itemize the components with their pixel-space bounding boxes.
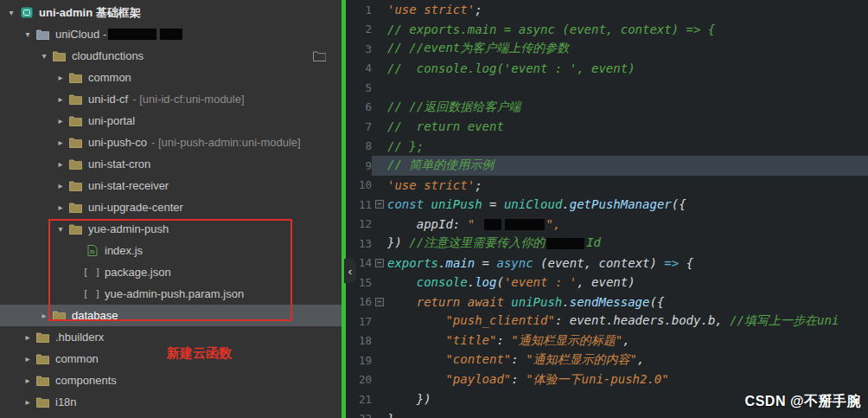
chevron-down-icon[interactable]: ▾ bbox=[5, 8, 17, 17]
tree-item-package-json[interactable]: [ ]package.json bbox=[0, 261, 341, 283]
code-token: ( bbox=[496, 275, 503, 289]
code-token: "通知栏显示的标题" bbox=[511, 333, 622, 347]
tree-item-index-js[interactable]: JSindex.js bbox=[0, 240, 341, 261]
tree-item-label: common bbox=[88, 71, 131, 84]
code-token: // //返回数据给客户端 bbox=[387, 100, 520, 113]
line-number: 4 bbox=[346, 61, 372, 74]
code-token: , bbox=[622, 333, 629, 347]
redaction-block bbox=[505, 219, 545, 230]
chevron-right-icon[interactable]: ▸ bbox=[54, 94, 67, 104]
line-content: − return await uniPush.sendMessage({ bbox=[372, 293, 868, 312]
code-area[interactable]: 1'use strict';2// exports.main = async (… bbox=[346, 0, 868, 418]
folder-icon bbox=[68, 94, 83, 105]
code-text: return await uniPush.sendMessage({ bbox=[387, 295, 868, 309]
line-number: 18 bbox=[346, 334, 372, 347]
code-text: } bbox=[387, 412, 868, 418]
redaction-block bbox=[546, 238, 584, 249]
line-number: 7 bbox=[346, 120, 372, 133]
tree-item-cloudfunctions[interactable]: ▾cloudfunctions bbox=[0, 45, 341, 67]
code-token: "content" bbox=[445, 352, 511, 366]
code-token: appId: bbox=[387, 217, 468, 231]
line-number: 11 bbox=[346, 198, 372, 211]
chevron-down-icon[interactable]: ▾ bbox=[38, 51, 50, 61]
tree-item-label: uni-push-co bbox=[88, 136, 147, 149]
chevron-right-icon[interactable]: ▸ bbox=[54, 181, 67, 190]
code-text: "push_clientid": event.headers.body.b, /… bbox=[387, 313, 868, 329]
code-editor[interactable]: 1'use strict';2// exports.main = async (… bbox=[346, 0, 868, 418]
tree-item-label: yue-admin-push.param.json bbox=[105, 287, 244, 300]
code-text: // //event为客户端上传的参数 bbox=[387, 41, 868, 56]
code-token bbox=[387, 275, 417, 289]
code-text: 'use strict'; bbox=[387, 3, 868, 16]
chevron-right-icon[interactable]: ▸ bbox=[22, 397, 34, 407]
line-content: "content": "通知栏显示的内容", bbox=[372, 350, 868, 370]
tree-item-uni-stat-cron[interactable]: ▸uni-stat-cron bbox=[0, 153, 341, 175]
chevron-right-icon[interactable]: ▸ bbox=[54, 116, 67, 125]
code-fold-icon[interactable]: − bbox=[375, 200, 384, 209]
chevron-right-icon[interactable]: ▸ bbox=[54, 203, 67, 212]
line-content: console.log('event : ', event) bbox=[372, 273, 868, 293]
code-token bbox=[387, 352, 445, 366]
line-content: // console.log('event : ', event) bbox=[372, 59, 868, 79]
redaction-block bbox=[108, 29, 156, 40]
chevron-right-icon[interactable]: ▸ bbox=[22, 376, 34, 385]
tree-item-common[interactable]: ▸common bbox=[0, 67, 341, 88]
code-token: : bbox=[511, 372, 526, 386]
code-token: exports bbox=[387, 256, 438, 270]
sidebar-collapse-button[interactable]: ‹ bbox=[344, 259, 356, 283]
tree-item-database[interactable]: ▸database bbox=[0, 305, 341, 326]
tree-item-uni-stat-receiver[interactable]: ▸uni-stat-receiver bbox=[0, 175, 341, 196]
folder-icon bbox=[68, 116, 83, 126]
tree-item-label: common bbox=[55, 352, 99, 365]
tree-item-label: uni-stat-cron bbox=[88, 158, 150, 170]
code-token: => bbox=[664, 256, 679, 270]
tree-item-yue-admin-push[interactable]: ▾yue-admin-push bbox=[0, 218, 341, 240]
code-fold-icon[interactable]: − bbox=[375, 298, 384, 306]
folder-icon bbox=[35, 354, 50, 364]
tree-item-uni-push-co[interactable]: ▸uni-push-co- [uni-push-admin:uni-module… bbox=[0, 132, 341, 153]
tree-item-yue-admin-push-param-json[interactable]: [ ]yue-admin-push.param.json bbox=[0, 283, 341, 305]
chevron-down-icon[interactable]: ▾ bbox=[22, 29, 34, 39]
folder-icon bbox=[68, 138, 83, 148]
tree-item-uni-id-cf[interactable]: ▸uni-id-cf- [uni-id-cf:uni-module] bbox=[0, 88, 341, 110]
chevron-right-icon[interactable]: ▸ bbox=[54, 138, 67, 147]
line-number: 21 bbox=[346, 393, 372, 406]
folder-icon bbox=[68, 181, 83, 191]
json-file-icon: [ ] bbox=[85, 289, 99, 299]
code-line: 7// return event bbox=[346, 117, 868, 137]
code-fold-icon[interactable]: − bbox=[375, 259, 384, 267]
code-text: "title": "通知栏显示的标题", bbox=[387, 333, 868, 349]
tree-item-components[interactable]: ▸components bbox=[0, 370, 341, 391]
code-token: "push_clientid" bbox=[445, 313, 554, 327]
code-text: console.log('event : ', event) bbox=[387, 275, 868, 289]
code-token: // return event bbox=[387, 119, 504, 133]
line-number: 5 bbox=[346, 81, 372, 94]
code-token: log bbox=[475, 275, 496, 289]
code-line: 13}) //注意这里需要传入你的Id bbox=[346, 234, 868, 254]
code-text: exports.main = async (event, context) =>… bbox=[387, 256, 868, 270]
chevron-right-icon[interactable]: ▸ bbox=[54, 73, 67, 82]
line-content: 'use strict'; bbox=[372, 0, 868, 20]
chevron-right-icon[interactable]: ▸ bbox=[22, 354, 34, 363]
code-text: // //返回数据给客户端 bbox=[387, 100, 868, 115]
code-line: 17 "push_clientid": event.headers.body.b… bbox=[346, 312, 868, 331]
code-text: const uniPush = uniCloud.getPushManager(… bbox=[387, 197, 868, 211]
chevron-down-icon[interactable]: ▾ bbox=[54, 224, 67, 234]
tree-item-label: cloudfunctions bbox=[72, 49, 144, 62]
chevron-right-icon[interactable]: ▸ bbox=[22, 332, 34, 342]
code-token: . bbox=[468, 275, 475, 289]
folder-icon bbox=[35, 376, 50, 386]
tree-item-unicloud[interactable]: ▾uniCloud - bbox=[0, 23, 341, 45]
code-line: 5 bbox=[346, 78, 868, 98]
code-token: Id bbox=[586, 235, 601, 249]
tree-item-uni-upgrade-center[interactable]: ▸uni-upgrade-center bbox=[0, 196, 341, 218]
tree-item-i18n[interactable]: ▸i18n bbox=[0, 391, 341, 413]
chevron-right-icon[interactable]: ▸ bbox=[54, 159, 67, 169]
code-token: uniCloud bbox=[504, 197, 562, 211]
chevron-right-icon[interactable]: ▸ bbox=[38, 311, 50, 320]
tree-item-uni-portal[interactable]: ▸uni-portal bbox=[0, 110, 341, 132]
new-folder-icon[interactable] bbox=[313, 51, 326, 61]
tree-item-uni-admin[interactable]: ▾uni-admin 基础框架 bbox=[0, 2, 341, 23]
tree-item-label: uni-id-cf bbox=[88, 93, 128, 106]
line-number: 2 bbox=[346, 23, 372, 35]
